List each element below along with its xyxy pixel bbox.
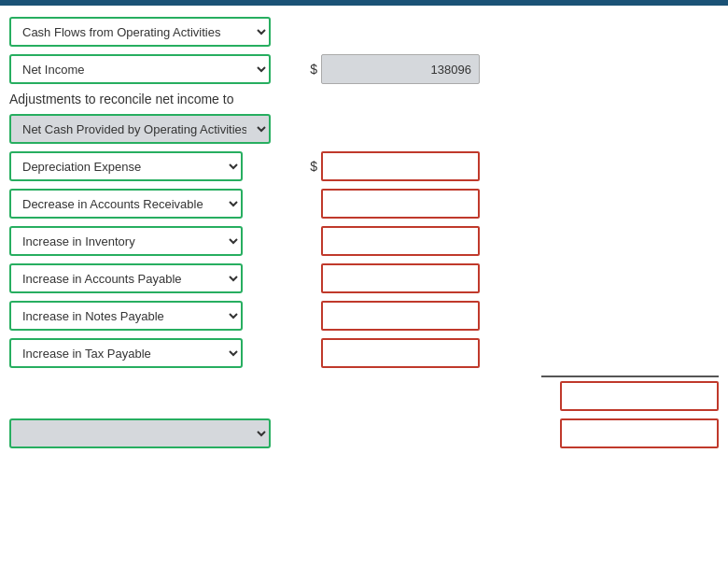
depreciation-dropdown[interactable]: Depreciation Expense	[9, 151, 243, 181]
increase-inventory-input[interactable]	[321, 226, 480, 256]
increase-ap-row: Increase in Accounts Payable	[9, 263, 719, 293]
depreciation-dollar-sign: $	[299, 159, 317, 174]
depreciation-row: Depreciation Expense $	[9, 151, 719, 181]
increase-ap-label-area: Increase in Accounts Payable	[9, 263, 299, 293]
increase-inventory-row: Increase in Inventory	[9, 226, 719, 256]
bottom-total-input[interactable]	[560, 418, 719, 448]
decrease-ar-row: Decrease in Accounts Receivable	[9, 189, 719, 219]
decrease-ar-label-area: Decrease in Accounts Receivable	[9, 189, 299, 219]
net-income-row: Net Income $	[9, 54, 719, 84]
increase-ap-input[interactable]	[321, 263, 480, 293]
increase-tax-dropdown[interactable]: Increase in Tax Payable	[9, 338, 243, 368]
net-cash-dropdown[interactable]: Net Cash Provided by Operating Activitie…	[9, 114, 271, 144]
increase-inventory-dropdown[interactable]: Increase in Inventory	[9, 226, 243, 256]
section-header-label-area: Cash Flows from Operating Activities	[9, 17, 299, 47]
cash-flows-dropdown[interactable]: Cash Flows from Operating Activities	[9, 17, 271, 47]
decrease-ar-dropdown[interactable]: Decrease in Accounts Receivable	[9, 189, 243, 219]
main-content: Cash Flows from Operating Activities Net…	[0, 6, 728, 467]
subtotal-input[interactable]	[560, 381, 719, 411]
net-cash-row: Net Cash Provided by Operating Activitie…	[9, 114, 719, 144]
increase-tax-input[interactable]	[321, 338, 480, 368]
bottom-row	[9, 418, 719, 448]
decrease-ar-input[interactable]	[321, 189, 480, 219]
increase-np-label-area: Increase in Notes Payable	[9, 301, 299, 331]
subtotal-divider	[541, 376, 719, 377]
increase-np-row: Increase in Notes Payable	[9, 301, 719, 331]
net-income-label-area: Net Income	[9, 54, 299, 84]
increase-ap-dropdown[interactable]: Increase in Accounts Payable	[9, 263, 243, 293]
depreciation-label-area: Depreciation Expense	[9, 151, 299, 181]
net-income-dollar-sign: $	[299, 62, 317, 77]
bottom-dropdown[interactable]	[9, 418, 271, 448]
depreciation-input[interactable]	[321, 151, 480, 181]
net-cash-label-area: Net Cash Provided by Operating Activitie…	[9, 114, 299, 144]
section-header-row: Cash Flows from Operating Activities	[9, 17, 719, 47]
increase-np-input[interactable]	[321, 301, 480, 331]
increase-inventory-label-area: Increase in Inventory	[9, 226, 299, 256]
adjustment-text: Adjustments to reconcile net income to	[9, 92, 719, 106]
bottom-dropdown-area	[9, 418, 299, 448]
net-income-value[interactable]	[321, 54, 480, 84]
increase-tax-label-area: Increase in Tax Payable	[9, 338, 299, 368]
increase-np-dropdown[interactable]: Increase in Notes Payable	[9, 301, 243, 331]
increase-tax-row: Increase in Tax Payable	[9, 338, 719, 368]
net-income-dropdown[interactable]: Net Income	[9, 54, 271, 84]
